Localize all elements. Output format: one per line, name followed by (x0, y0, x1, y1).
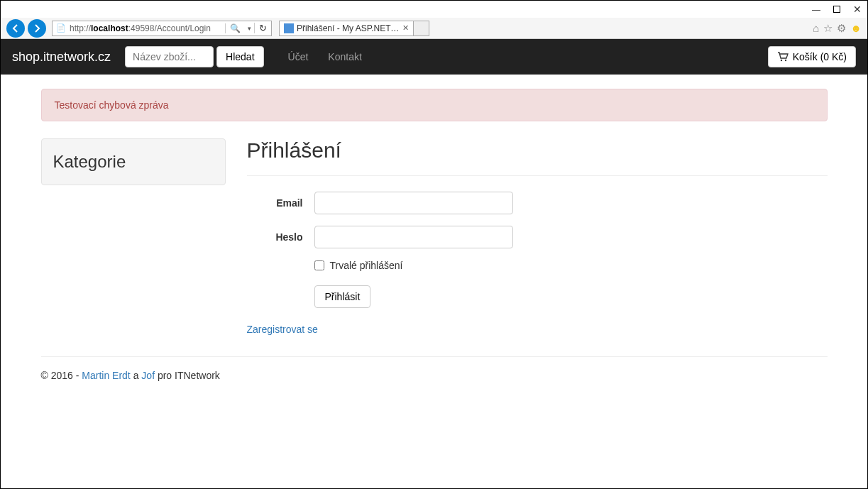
tab-title: Přihlášení - My ASP.NET Ap... (297, 23, 400, 33)
browser-tool-icons: ⌂ ☆ ⚙ ☻ (813, 22, 862, 35)
window-close-button[interactable] (853, 4, 862, 15)
arrow-right-icon (32, 23, 42, 33)
dropdown-icon[interactable]: ▾ (245, 25, 254, 32)
email-input[interactable] (314, 192, 513, 214)
arrow-left-icon (11, 23, 21, 33)
favorites-icon[interactable]: ☆ (823, 22, 833, 35)
form-row-password: Heslo (247, 226, 828, 248)
login-submit-button[interactable]: Přihlásit (314, 285, 371, 308)
nav-link-contact[interactable]: Kontakt (328, 51, 361, 62)
footer-author2-link[interactable]: Jof (141, 370, 155, 381)
categories-panel: Kategorie (41, 138, 226, 185)
settings-gear-icon[interactable]: ⚙ (837, 22, 846, 35)
address-bar[interactable]: 📄 http://localhost:49598/Account/Login 🔍… (52, 21, 272, 36)
back-button[interactable] (6, 19, 25, 38)
window-minimize-button[interactable] (812, 4, 820, 15)
window-maximize-button[interactable] (833, 6, 840, 13)
categories-heading: Kategorie (53, 152, 214, 172)
nav-link-account[interactable]: Účet (288, 51, 309, 62)
page-favicon-icon: 📄 (55, 23, 67, 34)
window-titlebar (1, 1, 867, 18)
browser-toolbar: 📄 http://localhost:49598/Account/Login 🔍… (1, 18, 867, 39)
form-row-remember: Trvalé přihlášení (314, 260, 828, 271)
cart-label: Košík (0 Kč) (793, 51, 847, 62)
remember-checkbox[interactable] (314, 260, 324, 270)
footer-suffix: pro ITNetwork (155, 370, 220, 381)
error-message: Testovací chybová zpráva (55, 99, 169, 111)
product-search-input[interactable] (125, 46, 214, 67)
browser-window: 📄 http://localhost:49598/Account/Login 🔍… (0, 0, 868, 489)
footer-author1-link[interactable]: Martin Erdt (82, 370, 130, 381)
divider (247, 175, 828, 176)
form-row-submit: Přihlásit (314, 285, 828, 308)
product-search-button[interactable]: Hledat (216, 46, 263, 67)
page-viewport: shop.itnetwork.cz Hledat Účet Kontakt Ko… (1, 39, 867, 488)
feedback-smiley-icon[interactable]: ☻ (850, 22, 862, 34)
tab-favicon-icon (284, 23, 294, 33)
new-tab-button[interactable] (414, 21, 429, 36)
main-content: Přihlášení Email Heslo Trvalé přihlášení (247, 138, 828, 335)
svg-point-1 (785, 60, 786, 61)
site-footer: © 2016 - Martin Erdt a Jof pro ITNetwork (41, 356, 828, 381)
site-brand[interactable]: shop.itnetwork.cz (12, 50, 111, 65)
tab-close-button[interactable]: ✕ (402, 23, 409, 33)
search-icon[interactable]: 🔍 (225, 23, 245, 33)
home-icon[interactable]: ⌂ (813, 22, 819, 34)
page-title: Přihlášení (247, 138, 828, 163)
sidebar: Kategorie (41, 138, 226, 335)
remember-label: Trvalé přihlášení (330, 260, 403, 271)
cart-icon (777, 52, 789, 62)
site-navbar: shop.itnetwork.cz Hledat Účet Kontakt Ko… (1, 39, 867, 75)
password-label: Heslo (247, 231, 314, 243)
register-link[interactable]: Zaregistrovat se (247, 324, 318, 335)
footer-sep: a (131, 370, 142, 381)
tab-strip: Přihlášení - My ASP.NET Ap... ✕ (279, 21, 429, 36)
address-url: http://localhost:49598/Account/Login (70, 23, 225, 33)
email-label: Email (247, 197, 314, 209)
form-row-email: Email (247, 192, 828, 214)
browser-tab-active[interactable]: Přihlášení - My ASP.NET Ap... ✕ (279, 21, 414, 36)
cart-button[interactable]: Košík (0 Kč) (768, 46, 856, 67)
svg-point-0 (781, 60, 782, 61)
refresh-button[interactable]: ↻ (254, 23, 271, 33)
footer-prefix: © 2016 - (41, 370, 82, 381)
error-alert: Testovací chybová zpráva (41, 89, 828, 121)
forward-button[interactable] (28, 19, 46, 38)
password-input[interactable] (314, 226, 513, 248)
